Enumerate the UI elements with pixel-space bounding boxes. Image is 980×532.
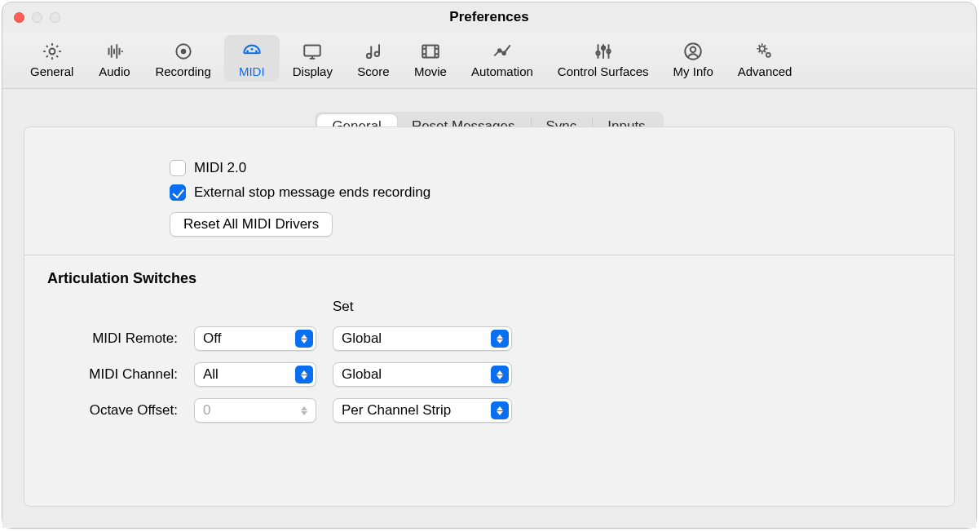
toolbar-item-label: Automation [471,64,533,78]
octave-offset-set-popup[interactable]: Per Channel Strip [333,398,512,423]
toolbar-item-label: Audio [99,64,130,78]
svg-point-4 [250,48,253,51]
octave-offset-label: Octave Offset: [47,402,178,419]
toolbar-item-label: Advanced [738,64,792,78]
person-circle-icon [682,40,704,63]
traffic-lights [14,12,60,23]
music-notes-icon [362,40,385,63]
toolbar-item-label: Movie [414,64,447,78]
toolbar-item-display[interactable]: Display [281,35,344,82]
close-button[interactable] [14,12,24,23]
toolbar-item-label: My Info [673,64,713,78]
content-area: General Reset Messages Sync Inputs MIDI … [2,89,976,528]
toolbar-item-general[interactable]: General [19,35,85,82]
toolbar-item-score[interactable]: Score [346,35,401,82]
popup-arrows-icon [491,401,509,419]
midi-remote-label: MIDI Remote: [47,330,178,347]
midi-channel-set-value: Global [342,366,382,383]
midi-remote-set-value: Global [342,330,382,347]
midi-remote-value: Off [203,330,221,347]
svg-point-5 [255,51,258,53]
minimize-button[interactable] [32,12,42,23]
midi-channel-value: All [203,366,219,383]
double-gear-icon [753,40,776,63]
octave-offset-value: 0 [203,402,210,419]
svg-point-0 [49,49,55,55]
toolbar-item-label: MIDI [239,64,265,78]
articulation-grid: Set MIDI Remote: Off Global MIDI Channel… [47,299,931,423]
toolbar-item-control-surfaces[interactable]: Control Surfaces [546,35,660,82]
svg-rect-9 [422,45,439,57]
octave-offset-set-value: Per Channel Strip [342,402,451,419]
midi-2-0-checkbox[interactable] [170,160,186,176]
popup-arrows-icon [491,330,509,348]
toolbar-item-label: Recording [155,64,210,78]
svg-point-17 [760,47,766,52]
film-icon [419,40,442,63]
octave-offset-stepper[interactable]: 0 [194,398,316,423]
svg-point-2 [180,49,186,55]
window-title: Preferences [449,9,528,25]
midi-channel-label: MIDI Channel: [47,366,178,383]
svg-rect-6 [305,45,321,55]
midi-icon [241,40,263,63]
svg-point-18 [766,53,770,57]
toolbar-item-audio[interactable]: Audio [86,35,142,82]
midi-channel-popup[interactable]: All [194,362,316,387]
display-icon [301,40,324,63]
midi-remote-set-popup[interactable]: Global [333,326,512,351]
stepper-arrows-icon [295,401,313,419]
midi-remote-popup[interactable]: Off [194,326,316,351]
record-icon [172,40,195,63]
preferences-window: Preferences General Audio Recording MI [2,2,977,529]
toolbar-item-label: Display [293,64,333,78]
automation-icon [491,40,514,63]
external-stop-label: External stop message ends recording [194,184,430,201]
toolbar-item-recording[interactable]: Recording [143,35,222,82]
midi-channel-set-popup[interactable]: Global [333,362,512,387]
popup-arrows-icon [295,330,313,348]
svg-point-16 [691,47,696,53]
toolbar-item-label: Control Surfaces [558,64,649,78]
svg-point-3 [246,51,249,53]
divider [24,255,954,255]
toolbar-item-midi[interactable]: MIDI [224,35,280,82]
midi-2-0-label: MIDI 2.0 [194,160,246,176]
zoom-button[interactable] [50,12,60,23]
toolbar-item-label: General [30,64,73,78]
toolbar-item-automation[interactable]: Automation [460,35,545,82]
external-stop-checkbox[interactable] [170,184,186,201]
toolbar-item-movie[interactable]: Movie [403,35,458,82]
set-column-header: Set [333,299,512,315]
gear-icon [41,40,64,63]
popup-arrows-icon [295,366,313,383]
titlebar: Preferences [2,2,976,32]
articulation-switches-title: Articulation Switches [47,270,931,287]
sliders-icon [592,40,615,63]
settings-panel: MIDI 2.0 External stop message ends reco… [24,126,955,507]
toolbar-item-my-info[interactable]: My Info [662,35,725,82]
reset-all-midi-drivers-button[interactable]: Reset All MIDI Drivers [170,212,333,237]
waveform-icon [103,40,126,63]
toolbar-item-advanced[interactable]: Advanced [726,35,804,82]
toolbar-item-label: Score [357,64,389,78]
toolbar: General Audio Recording MIDI Display [2,32,976,89]
popup-arrows-icon [491,366,509,383]
